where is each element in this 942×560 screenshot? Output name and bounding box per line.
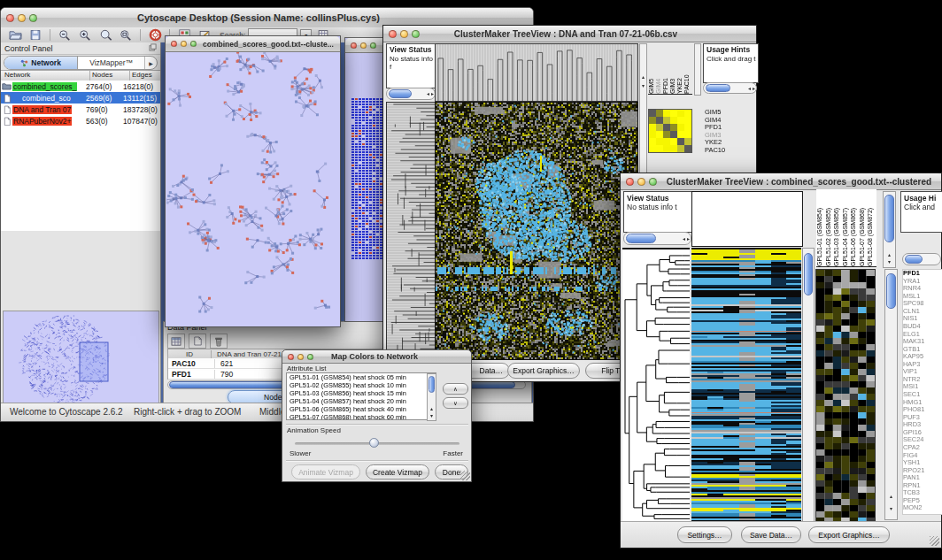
close-button[interactable] xyxy=(351,42,357,49)
resize-grip[interactable] xyxy=(930,536,939,546)
network-overview-canvas[interactable] xyxy=(3,311,159,405)
heatmap-vscrollbar[interactable] xyxy=(802,248,815,524)
minimize-button[interactable] xyxy=(18,14,26,22)
hscroll-thumb[interactable] xyxy=(706,84,730,92)
row-dendrogram-canvas-2[interactable] xyxy=(622,248,690,524)
gene-label[interactable]: PAC10 xyxy=(705,147,754,155)
treeview1-hscrollbar[interactable]: ◂▸ xyxy=(386,88,436,100)
gene-label[interactable]: GIM5 xyxy=(705,109,754,117)
gene-label[interactable]: FIG4 xyxy=(903,452,942,460)
gene-label[interactable]: PHO81 xyxy=(903,406,942,414)
column-label[interactable]: GPL51-01 (GSM854) xyxy=(816,189,825,266)
gene-label[interactable]: PAN1 xyxy=(903,474,942,482)
close-button[interactable] xyxy=(288,354,294,360)
gene-label[interactable]: PFD1 xyxy=(705,124,754,132)
tab-network[interactable]: Network xyxy=(4,57,78,69)
network-list-row[interactable]: DNA and Tran 07 769(0) 183728(0) xyxy=(1,104,160,115)
column-label[interactable]: GPL51-07 (GSM868) xyxy=(859,189,868,266)
tab-vizmapper[interactable]: VizMapper™ xyxy=(78,57,144,69)
gene-label[interactable]: SPC98 xyxy=(903,300,942,308)
treeview2-hscrollbar[interactable]: ◂▸ xyxy=(623,232,691,245)
minimize-button[interactable] xyxy=(400,30,408,38)
top-dendrogram-area[interactable] xyxy=(691,191,803,247)
gene-label[interactable]: RPO21 xyxy=(903,467,942,475)
column-label-scrollbar[interactable]: ▴▾ xyxy=(883,191,896,268)
correlation-matrix-canvas[interactable] xyxy=(648,109,692,153)
column-label[interactable]: PAC10 xyxy=(683,43,691,94)
gene-label[interactable]: RNR4 xyxy=(903,285,942,293)
zoom-button[interactable] xyxy=(29,14,37,22)
gene-label[interactable]: CPA2 xyxy=(903,444,942,452)
gene-label[interactable]: HRD3 xyxy=(903,421,942,429)
export-graphics-button[interactable]: Export Graphics… xyxy=(808,526,890,543)
minimize-button[interactable] xyxy=(297,354,304,360)
zoom-out-icon[interactable] xyxy=(56,28,73,42)
network-view-canvas[interactable] xyxy=(166,52,339,326)
tab-overflow-button[interactable]: ▶ xyxy=(144,57,157,69)
gene-label[interactable]: PEP5 xyxy=(903,497,942,505)
zoom-button[interactable] xyxy=(412,30,420,38)
column-label[interactable]: GIM3 xyxy=(669,43,676,94)
gene-label[interactable]: GTB1 xyxy=(903,346,942,354)
new-attribute-icon[interactable] xyxy=(189,334,206,349)
vscroll-thumb[interactable] xyxy=(804,253,813,295)
gene-label[interactable]: CLN1 xyxy=(903,308,942,316)
save-data-button[interactable]: Save Data… xyxy=(741,526,801,543)
column-label[interactable]: GPL51-03 (GSM856) xyxy=(833,189,842,266)
close-button[interactable] xyxy=(389,30,397,38)
attribute-select-icon[interactable] xyxy=(167,334,185,349)
hscroll-thumb[interactable] xyxy=(905,255,923,263)
usage-hscrollbar[interactable]: ◂▸ xyxy=(703,82,757,94)
close-button[interactable] xyxy=(171,41,177,47)
open-session-button[interactable] xyxy=(6,28,24,42)
zoom-in-icon[interactable] xyxy=(76,28,94,42)
hscroll-thumb[interactable] xyxy=(626,234,656,242)
gene-label[interactable]: YRA1 xyxy=(903,278,942,286)
close-button[interactable] xyxy=(6,14,14,22)
animate-vizmap-button[interactable]: Animate Vizmap xyxy=(291,464,360,479)
gene-label[interactable]: YKE2 xyxy=(705,139,754,147)
help-icon[interactable] xyxy=(146,28,164,42)
gene-label[interactable]: BUD4 xyxy=(903,323,942,331)
zoom-fit-icon[interactable] xyxy=(117,28,135,42)
grid-network-canvas[interactable] xyxy=(351,98,387,261)
resize-grip[interactable] xyxy=(460,471,470,480)
zoom-one-icon[interactable] xyxy=(97,28,114,42)
gene-label[interactable]: MSL1 xyxy=(903,293,942,301)
create-vizmap-button[interactable]: Create Vizmap xyxy=(366,464,429,479)
zoom-heatmap-canvas[interactable] xyxy=(815,269,876,524)
save-session-button[interactable] xyxy=(27,28,44,42)
dialog-titlebar[interactable]: Map Colors to Network xyxy=(282,350,471,364)
gene-label[interactable]: MAK31 xyxy=(903,338,942,346)
column-label[interactable]: PFD1 xyxy=(662,43,669,94)
column-label[interactable]: GPL51-04 (GSM857) xyxy=(842,189,851,266)
column-label[interactable]: YKE2 xyxy=(676,43,683,94)
column-dendrogram-canvas[interactable] xyxy=(435,43,638,102)
close-button[interactable] xyxy=(626,178,634,186)
network-list-row[interactable]: combined_scores_ 2764(0) 16218(0) xyxy=(1,81,160,92)
gene-label[interactable]: MON2 xyxy=(903,504,942,512)
minimize-button[interactable] xyxy=(181,41,187,47)
delete-attribute-icon[interactable] xyxy=(210,334,228,349)
treeview1-titlebar[interactable]: ClusterMaker TreeView : DNA and Tran 07-… xyxy=(383,26,756,42)
column-label[interactable]: GIM4 xyxy=(655,43,662,94)
gene-label[interactable]: PUF3 xyxy=(903,414,942,422)
heatmap-canvas[interactable] xyxy=(435,102,638,360)
gene-label[interactable]: HMG1 xyxy=(903,399,942,407)
zoom-button[interactable] xyxy=(307,354,313,360)
vscroll-thumb[interactable] xyxy=(884,195,894,242)
gene-label[interactable]: NTR2 xyxy=(903,376,942,384)
zoom-button[interactable] xyxy=(370,42,376,49)
usage-hscrollbar[interactable] xyxy=(902,253,941,265)
column-label[interactable]: GPL51-06 (GSM865) xyxy=(850,189,859,266)
settings-button[interactable]: Settings… xyxy=(677,526,732,543)
attribute-list-item[interactable]: GPL51-02 (GSM855) heat shock 10 min xyxy=(290,382,425,390)
gene-label[interactable]: GIM4 xyxy=(705,117,754,125)
column-label[interactable]: GIM5 xyxy=(648,43,655,94)
column-label[interactable]: GPL51-02 (GSM855) xyxy=(825,189,834,266)
move-up-button[interactable]: ∧ xyxy=(443,383,468,395)
gene-label[interactable]: SEC24 xyxy=(903,436,942,444)
gene-label[interactable]: PFD1 xyxy=(903,270,942,278)
gene-label[interactable]: RPN1 xyxy=(903,482,942,490)
gene-label[interactable]: GIM3 xyxy=(705,132,754,140)
